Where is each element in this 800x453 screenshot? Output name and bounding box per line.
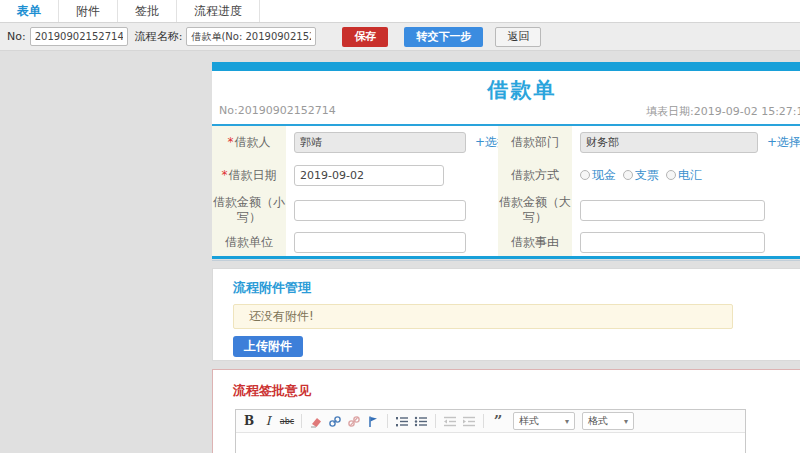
page-title: 借款单 xyxy=(212,71,800,104)
field-borrower: *借款人 +选择人员 xyxy=(212,126,498,159)
amount-lowercase-label: 借款金额（小写） xyxy=(212,191,286,229)
department-input[interactable] xyxy=(580,132,758,153)
amount-uppercase-label: 借款金额（大写） xyxy=(498,191,572,229)
radio-cheque[interactable]: 支票 xyxy=(623,167,659,184)
radio-cash[interactable]: 现金 xyxy=(580,167,616,184)
anchor-button[interactable] xyxy=(365,413,381,430)
no-attachment-alert: 还没有附件! xyxy=(233,304,733,329)
unlink-button[interactable] xyxy=(346,413,362,430)
field-amount-lowercase: 借款金额（小写） xyxy=(212,191,498,229)
approval-panel: 流程签批意见 B I abc xyxy=(212,369,800,453)
eraser-icon xyxy=(310,415,323,428)
field-amount-uppercase: 借款金额（大写） xyxy=(498,191,800,229)
no-label: No: xyxy=(7,30,26,43)
process-name-label: 流程名称: xyxy=(135,29,183,44)
borrower-label: *借款人 xyxy=(212,126,286,159)
fill-date-text: 填表日期:2019-09-02 15:27:1 xyxy=(646,104,800,119)
save-button[interactable]: 保存 xyxy=(342,27,388,47)
outdent-icon xyxy=(443,415,457,428)
no-input[interactable] xyxy=(30,27,128,46)
editor-content-area[interactable] xyxy=(236,433,745,453)
chevron-down-icon: ▾ xyxy=(565,417,569,426)
chevron-down-icon: ▾ xyxy=(624,417,628,426)
approval-section-title: 流程签批意见 xyxy=(213,370,800,400)
panel-bottom-accent-bar xyxy=(212,256,800,259)
select-department-link[interactable]: +选择部门 xyxy=(767,134,800,151)
format-dropdown[interactable]: 格式 ▾ xyxy=(582,412,634,430)
flag-icon xyxy=(367,415,379,428)
top-toolbar: No: 流程名称: 保存 转交下一步 返回 xyxy=(0,23,800,51)
numbered-list-button[interactable] xyxy=(394,413,410,430)
attachment-section-title: 流程附件管理 xyxy=(213,269,800,297)
italic-icon: I xyxy=(266,414,271,428)
panel-shadow-line xyxy=(212,260,800,261)
tab-attachments[interactable]: 附件 xyxy=(59,0,118,22)
toolbar-separator xyxy=(301,414,302,428)
required-mark: * xyxy=(228,135,234,149)
unlink-icon xyxy=(347,415,361,428)
editor-toolbar: B I abc xyxy=(236,410,745,433)
loan-unit-label: 借款单位 xyxy=(212,229,286,256)
form-meta-row: No:20190902152714 填表日期:2019-09-02 15:27:… xyxy=(212,104,800,121)
panel-top-accent-bar xyxy=(212,62,800,71)
numbered-list-icon xyxy=(395,415,409,428)
toolbar-separator xyxy=(435,414,436,428)
amount-uppercase-input[interactable] xyxy=(580,200,765,221)
bold-icon: B xyxy=(244,414,254,428)
strikethrough-icon: abc xyxy=(280,417,294,426)
loan-method-label: 借款方式 xyxy=(498,159,572,191)
form-number-text: No:20190902152714 xyxy=(219,104,336,117)
indent-icon xyxy=(462,415,476,428)
tab-sign-approve[interactable]: 签批 xyxy=(118,0,177,22)
link-button[interactable] xyxy=(327,413,343,430)
amount-lowercase-input[interactable] xyxy=(294,200,466,221)
required-mark: * xyxy=(222,168,228,182)
bullet-list-button[interactable] xyxy=(413,413,429,430)
forward-next-step-button[interactable]: 转交下一步 xyxy=(404,27,483,47)
blockquote-icon: ” xyxy=(494,416,503,426)
rich-text-editor: B I abc xyxy=(235,409,746,453)
outdent-button[interactable] xyxy=(442,413,458,430)
link-icon xyxy=(328,415,342,428)
loan-method-radio-group: 现金 支票 电汇 xyxy=(580,167,702,184)
field-loan-method: 借款方式 现金 支票 电汇 xyxy=(498,159,800,191)
italic-button[interactable]: I xyxy=(260,413,276,430)
toolbar-separator xyxy=(387,414,388,428)
bold-button[interactable]: B xyxy=(241,413,257,430)
attachment-panel: 流程附件管理 还没有附件! 上传附件 xyxy=(212,268,800,361)
field-department: 借款部门 +选择部门 xyxy=(498,126,800,159)
loan-date-label: *借款日期 xyxy=(212,159,286,191)
radio-circle-icon xyxy=(623,170,633,180)
radio-wire-transfer[interactable]: 电汇 xyxy=(666,167,702,184)
blockquote-button[interactable]: ” xyxy=(490,413,506,430)
upload-attachment-button[interactable]: 上传附件 xyxy=(233,336,303,357)
radio-circle-icon xyxy=(666,170,676,180)
loan-form-grid: *借款人 +选择人员 借款部门 +选择部门 *借款日期 xyxy=(212,126,800,256)
field-loan-unit: 借款单位 xyxy=(212,229,498,256)
field-loan-date: *借款日期 xyxy=(212,159,498,191)
department-label: 借款部门 xyxy=(498,126,572,159)
style-dropdown[interactable]: 样式 ▾ xyxy=(513,412,575,430)
back-button[interactable]: 返回 xyxy=(495,27,541,47)
tab-process-progress[interactable]: 流程进度 xyxy=(177,0,260,22)
strikethrough-button[interactable]: abc xyxy=(279,413,295,430)
borrower-input[interactable] xyxy=(294,132,466,153)
loan-unit-input[interactable] xyxy=(294,232,466,253)
loan-reason-label: 借款事由 xyxy=(498,229,572,256)
bullet-list-icon xyxy=(414,415,428,428)
field-loan-reason: 借款事由 xyxy=(498,229,800,256)
process-name-input[interactable] xyxy=(186,27,316,46)
tab-form[interactable]: 表单 xyxy=(0,0,59,22)
loan-form-panel: 借款单 No:20190902152714 填表日期:2019-09-02 15… xyxy=(212,62,800,259)
radio-circle-icon xyxy=(580,170,590,180)
indent-button[interactable] xyxy=(461,413,477,430)
loan-date-input[interactable] xyxy=(294,165,444,186)
remove-format-button[interactable] xyxy=(308,413,324,430)
tab-bar: 表单 附件 签批 流程进度 xyxy=(0,0,800,23)
loan-reason-input[interactable] xyxy=(580,232,765,253)
toolbar-separator xyxy=(483,414,484,428)
